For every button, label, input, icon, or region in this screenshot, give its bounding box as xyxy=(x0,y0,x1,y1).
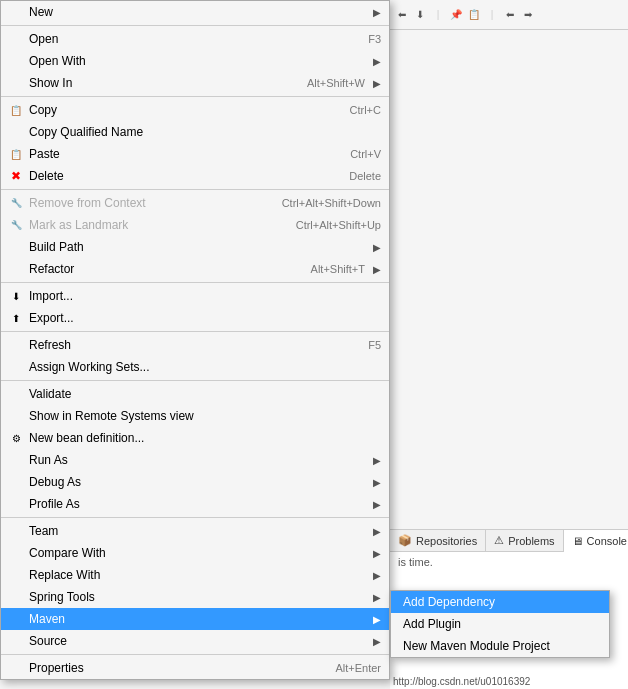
separator-6 xyxy=(1,380,389,381)
menu-item-open-with-label: Open With xyxy=(29,54,365,68)
new-bean-icon: ⚙ xyxy=(7,429,25,447)
menu-item-delete[interactable]: ✖ Delete Delete xyxy=(1,165,389,187)
menu-item-open-with[interactable]: Open With ▶ xyxy=(1,50,389,72)
separator-3 xyxy=(1,189,389,190)
menu-item-new-label: New xyxy=(29,5,365,19)
tab-console[interactable]: 🖥 Console ✕ xyxy=(564,530,628,552)
new-maven-module-label: New Maven Module Project xyxy=(403,639,550,653)
maven-icon xyxy=(7,610,25,628)
submenu-item-add-plugin[interactable]: Add Plugin xyxy=(391,613,609,635)
menu-item-spring-tools[interactable]: Spring Tools ▶ xyxy=(1,586,389,608)
menu-item-open-label: Open xyxy=(29,32,348,46)
problems-icon: ⚠ xyxy=(494,534,504,547)
paste-shortcut: Ctrl+V xyxy=(350,148,381,160)
repositories-icon: 📦 xyxy=(398,534,412,547)
tab-problems-label: Problems xyxy=(508,535,554,547)
menu-item-source[interactable]: Source ▶ xyxy=(1,630,389,652)
menu-item-properties[interactable]: Properties Alt+Enter xyxy=(1,657,389,679)
source-arrow-icon: ▶ xyxy=(373,636,381,647)
copy-icon: 📋 xyxy=(7,101,25,119)
menu-item-refactor[interactable]: Refactor Alt+Shift+T ▶ xyxy=(1,258,389,280)
menu-item-team[interactable]: Team ▶ xyxy=(1,520,389,542)
menu-item-refresh[interactable]: Refresh F5 xyxy=(1,334,389,356)
menu-item-maven[interactable]: Maven ▶ xyxy=(1,608,389,630)
menu-item-paste-label: Paste xyxy=(29,147,330,161)
separator-7 xyxy=(1,517,389,518)
menu-item-remove-context: 🔧 Remove from Context Ctrl+Alt+Shift+Dow… xyxy=(1,192,389,214)
menu-item-assign-working-sets[interactable]: Assign Working Sets... xyxy=(1,356,389,378)
tab-repositories[interactable]: 📦 Repositories xyxy=(390,530,486,551)
maven-arrow-icon: ▶ xyxy=(373,614,381,625)
menu-item-spring-tools-label: Spring Tools xyxy=(29,590,365,604)
console-icon: 🖥 xyxy=(572,535,583,547)
menu-item-import[interactable]: ⬇ Import... xyxy=(1,285,389,307)
toolbar-pin-icon[interactable]: 📌 xyxy=(448,7,464,23)
build-path-icon xyxy=(7,238,25,256)
menu-item-paste[interactable]: 📋 Paste Ctrl+V xyxy=(1,143,389,165)
mark-landmark-icon: 🔧 xyxy=(7,216,25,234)
submenu-item-add-dependency[interactable]: Add Dependency xyxy=(391,591,609,613)
team-arrow-icon: ▶ xyxy=(373,526,381,537)
toolbar-area: ⬅ ⬇ | 📌 📋 | ⬅ ➡ xyxy=(390,0,628,30)
tab-repositories-label: Repositories xyxy=(416,535,477,547)
properties-shortcut: Alt+Enter xyxy=(335,662,381,674)
show-in-shortcut: Alt+Shift+W xyxy=(307,77,365,89)
toolbar-separator: | xyxy=(430,7,446,23)
tab-problems[interactable]: ⚠ Problems xyxy=(486,530,563,551)
bottom-content: is time. xyxy=(390,552,628,572)
toolbar-back-icon[interactable]: ⬅ xyxy=(394,7,410,23)
menu-item-copy-label: Copy xyxy=(29,103,330,117)
menu-item-copy-qualified[interactable]: Copy Qualified Name xyxy=(1,121,389,143)
menu-item-compare-with[interactable]: Compare With ▶ xyxy=(1,542,389,564)
mark-landmark-shortcut: Ctrl+Alt+Shift+Up xyxy=(296,219,381,231)
submenu-item-new-maven-module[interactable]: New Maven Module Project xyxy=(391,635,609,657)
context-menu: New ▶ Open F3 Open With ▶ Show In Alt+Sh… xyxy=(0,0,390,680)
menu-item-run-as[interactable]: Run As ▶ xyxy=(1,449,389,471)
menu-item-compare-with-label: Compare With xyxy=(29,546,365,560)
menu-item-profile-as-label: Profile As xyxy=(29,497,365,511)
toolbar-nav-back-icon[interactable]: ⬅ xyxy=(502,7,518,23)
menu-item-mark-landmark: 🔧 Mark as Landmark Ctrl+Alt+Shift+Up xyxy=(1,214,389,236)
debug-as-icon xyxy=(7,473,25,491)
menu-item-copy-qualified-label: Copy Qualified Name xyxy=(29,125,381,139)
toolbar-copy-icon[interactable]: 📋 xyxy=(466,7,482,23)
menu-item-remove-context-label: Remove from Context xyxy=(29,196,262,210)
url-hint: http://blog.csdn.net/u01016392 xyxy=(393,676,530,687)
show-in-icon xyxy=(7,74,25,92)
team-icon xyxy=(7,522,25,540)
menu-item-validate-label: Validate xyxy=(29,387,381,401)
open-icon xyxy=(7,30,25,48)
menu-item-replace-with[interactable]: Replace With ▶ xyxy=(1,564,389,586)
toolbar-nav-forward-icon[interactable]: ➡ xyxy=(520,7,536,23)
run-as-arrow-icon: ▶ xyxy=(373,455,381,466)
menu-item-debug-as-label: Debug As xyxy=(29,475,365,489)
menu-item-new-bean[interactable]: ⚙ New bean definition... xyxy=(1,427,389,449)
spring-tools-arrow-icon: ▶ xyxy=(373,592,381,603)
separator-5 xyxy=(1,331,389,332)
menu-item-open[interactable]: Open F3 xyxy=(1,28,389,50)
maven-submenu: Add Dependency Add Plugin New Maven Modu… xyxy=(390,590,610,658)
menu-item-show-in[interactable]: Show In Alt+Shift+W ▶ xyxy=(1,72,389,94)
menu-item-maven-label: Maven xyxy=(29,612,365,626)
compare-with-arrow-icon: ▶ xyxy=(373,548,381,559)
menu-item-debug-as[interactable]: Debug As ▶ xyxy=(1,471,389,493)
menu-item-run-as-label: Run As xyxy=(29,453,365,467)
separator-2 xyxy=(1,96,389,97)
menu-item-profile-as[interactable]: Profile As ▶ xyxy=(1,493,389,515)
menu-item-refresh-label: Refresh xyxy=(29,338,348,352)
toolbar-forward-icon[interactable]: ⬇ xyxy=(412,7,428,23)
menu-item-replace-with-label: Replace With xyxy=(29,568,365,582)
show-in-arrow-icon: ▶ xyxy=(373,78,381,89)
properties-icon xyxy=(7,659,25,677)
menu-item-copy[interactable]: 📋 Copy Ctrl+C xyxy=(1,99,389,121)
menu-item-show-remote[interactable]: Show in Remote Systems view xyxy=(1,405,389,427)
menu-item-export[interactable]: ⬆ Export... xyxy=(1,307,389,329)
paste-icon: 📋 xyxy=(7,145,25,163)
menu-item-new[interactable]: New ▶ xyxy=(1,1,389,23)
menu-item-build-path[interactable]: Build Path ▶ xyxy=(1,236,389,258)
refresh-icon xyxy=(7,336,25,354)
menu-item-team-label: Team xyxy=(29,524,365,538)
refactor-shortcut: Alt+Shift+T xyxy=(311,263,365,275)
menu-item-source-label: Source xyxy=(29,634,365,648)
menu-item-validate[interactable]: Validate xyxy=(1,383,389,405)
